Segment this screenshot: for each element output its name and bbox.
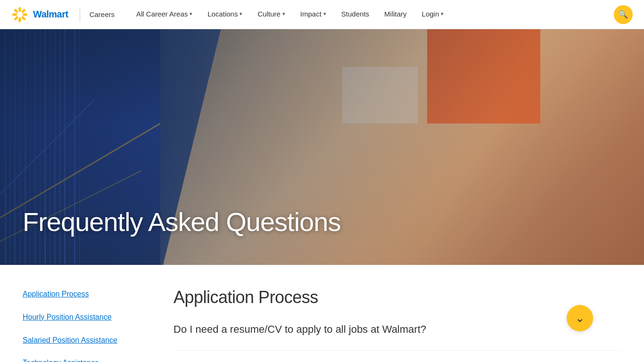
chevron-down-icon: ▾ (441, 11, 444, 17)
nav-item-culture[interactable]: Culture ▾ (251, 0, 291, 29)
nav-item-military[interactable]: Military (378, 0, 413, 29)
nav-item-students[interactable]: Students (335, 0, 376, 29)
sidebar-link-hourly-position[interactable]: Hourly Position Assistance (23, 313, 145, 322)
nav-item-impact[interactable]: Impact ▾ (294, 0, 333, 29)
main-content: Application Process Do I need a resume/C… (173, 288, 621, 362)
chevron-down-icon: ⌄ (575, 312, 585, 325)
svg-rect-8 (14, 16, 19, 21)
sidebar-link-technology[interactable]: Technology Assistance (23, 358, 145, 362)
content-area: Application Process Hourly Position Assi… (0, 265, 644, 362)
hero-title: Frequently Asked Questions (23, 207, 340, 237)
chevron-down-icon: ▾ (239, 11, 242, 17)
chevron-down-icon: ▾ (323, 11, 326, 17)
chevron-down-icon: ▾ (282, 11, 285, 17)
walmart-spark-icon (11, 6, 28, 23)
nav-item-login[interactable]: Login ▾ (415, 0, 451, 29)
search-button[interactable]: 🔍 (614, 5, 633, 24)
nav-item-locations[interactable]: Locations ▾ (201, 0, 249, 29)
careers-label: Careers (90, 10, 115, 18)
svg-rect-5 (23, 13, 27, 16)
section-title: Application Process (173, 288, 621, 307)
faq-item: Do I need a resume/CV to apply to all jo… (173, 322, 621, 351)
svg-rect-4 (21, 8, 26, 13)
sidebar: Application Process Hourly Position Assi… (23, 288, 145, 362)
main-nav: All Career Areas ▾ Locations ▾ Culture ▾… (130, 0, 614, 29)
sidebar-link-application-process[interactable]: Application Process (23, 289, 145, 299)
svg-rect-0 (19, 7, 21, 12)
header-divider (80, 8, 80, 22)
sidebar-link-salaried-position[interactable]: Salaried Position Assistance (23, 336, 145, 346)
svg-rect-9 (12, 13, 17, 16)
site-header: Walmart Careers All Career Areas ▾ Locat… (0, 0, 644, 29)
chevron-down-icon: ▾ (190, 11, 192, 17)
brand-name: Walmart (33, 9, 68, 20)
expand-button[interactable]: ⌄ (567, 305, 593, 331)
search-icon: 🔍 (619, 10, 628, 19)
logo[interactable]: Walmart (11, 6, 68, 23)
hero-section: Frequently Asked Questions (0, 29, 644, 265)
svg-rect-10 (14, 8, 19, 13)
nav-item-all-career-areas[interactable]: All Career Areas ▾ (130, 0, 199, 29)
faq-question: Do I need a resume/CV to apply to all jo… (173, 322, 621, 337)
svg-rect-6 (21, 16, 26, 21)
svg-rect-7 (19, 17, 21, 22)
